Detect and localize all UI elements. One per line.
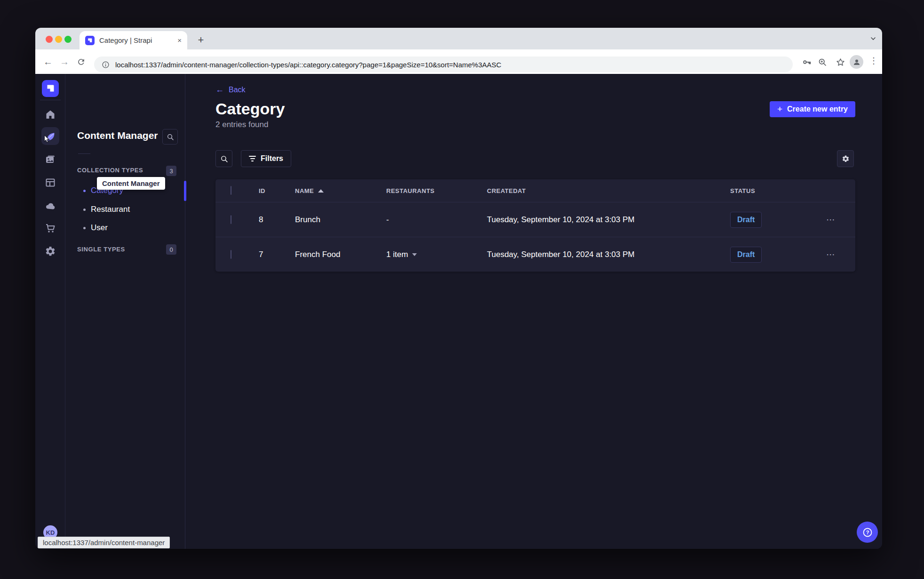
browser-profile-avatar[interactable] — [850, 55, 863, 69]
cell-restaurants[interactable]: 1 item — [386, 250, 487, 259]
svg-text:?: ? — [866, 530, 869, 535]
zoom-icon[interactable] — [816, 56, 828, 68]
sort-ascending-icon — [318, 189, 324, 193]
sidebar-item-restaurant[interactable]: Restaurant — [65, 200, 185, 219]
strapi-app: KD Content Manager COLLECTION TYPES 3 Ca… — [35, 74, 882, 549]
create-new-entry-button[interactable]: + Create new entry — [770, 101, 855, 117]
window-minimize-button[interactable] — [55, 36, 62, 43]
row-checkbox[interactable] — [231, 250, 231, 259]
content-manager-tooltip: Content Manager — [97, 177, 165, 190]
cell-restaurants: - — [386, 215, 487, 225]
header-id[interactable]: ID — [259, 187, 295, 194]
filters-button[interactable]: Filters — [241, 150, 291, 167]
collection-types-count-badge: 3 — [166, 166, 176, 176]
content-manager-subnav: Content Manager COLLECTION TYPES 3 Categ… — [65, 74, 185, 549]
cloud-icon[interactable] — [45, 200, 56, 211]
url-text[interactable]: localhost:1337/admin/content-manager/col… — [115, 61, 502, 69]
header-restaurants[interactable]: RESTAURANTS — [386, 187, 487, 194]
browser-back-button[interactable]: ← — [41, 49, 55, 74]
sidebar-item-user[interactable]: User — [65, 218, 185, 237]
browser-window: Category | Strapi × + ← → localhost:1337… — [35, 28, 882, 549]
chevron-down-icon — [412, 253, 417, 256]
window-zoom-button[interactable] — [64, 36, 72, 43]
password-key-icon[interactable] — [801, 56, 813, 68]
main-nav-rail: KD — [35, 74, 65, 549]
back-label: Back — [229, 86, 246, 94]
media-library-icon[interactable] — [45, 154, 56, 165]
window-close-button[interactable] — [46, 36, 53, 43]
cell-id: 8 — [259, 215, 295, 225]
collection-types-label: COLLECTION TYPES — [77, 167, 143, 174]
main-content: ← Back Category 2 entries found + Create… — [185, 74, 882, 549]
row-checkbox[interactable] — [231, 215, 231, 224]
row-actions-menu[interactable]: ⋯ — [822, 249, 855, 260]
cursor-pointer — [41, 134, 52, 146]
cell-createdat: Tuesday, September 10, 2024 at 3:03 PM — [487, 215, 730, 225]
bullet-icon — [83, 209, 86, 211]
content-type-builder-icon[interactable] — [45, 177, 56, 188]
link-status-bar: localhost:1337/admin/content-manager — [38, 537, 170, 548]
back-arrow-icon: ← — [215, 85, 224, 95]
browser-menu-icon[interactable]: ⋮ — [869, 56, 878, 66]
select-all-checkbox[interactable] — [231, 186, 231, 195]
browser-forward-button[interactable]: → — [57, 49, 72, 74]
single-types-count-badge: 0 — [166, 244, 176, 255]
new-tab-button[interactable]: + — [194, 33, 207, 47]
home-icon[interactable] — [45, 109, 56, 120]
status-badge: Draft — [730, 247, 762, 263]
tab-search-chevron-icon[interactable] — [870, 35, 876, 44]
bullet-icon — [83, 190, 86, 192]
header-name[interactable]: NAME — [295, 187, 386, 194]
page-info-icon[interactable] — [102, 61, 110, 69]
browser-toolbar: ← → localhost:1337/admin/content-manager… — [35, 49, 882, 74]
bullet-icon — [83, 227, 86, 229]
status-badge: Draft — [730, 212, 762, 228]
marketplace-cart-icon[interactable] — [45, 223, 56, 234]
browser-refresh-button[interactable] — [74, 49, 88, 74]
table-header-row: ID NAME RESTAURANTS CREATEDAT STATUS — [215, 179, 855, 202]
search-icon — [220, 155, 228, 163]
tab-close-icon[interactable]: × — [177, 36, 182, 44]
table-search-button[interactable] — [215, 150, 232, 167]
cell-name: French Food — [295, 250, 386, 259]
tab-strip: Category | Strapi × + — [35, 28, 882, 49]
cell-createdat: Tuesday, September 10, 2024 at 3:03 PM — [487, 250, 730, 259]
search-icon — [167, 133, 174, 141]
row-actions-menu[interactable]: ⋯ — [822, 214, 855, 225]
settings-gear-icon[interactable] — [45, 246, 56, 257]
create-new-entry-label: Create new entry — [787, 105, 848, 113]
header-name-label: NAME — [295, 187, 314, 194]
rail-divider — [40, 100, 61, 100]
sidebar-item-label: User — [91, 223, 108, 233]
cell-id: 7 — [259, 250, 295, 259]
entries-count: 2 entries found — [215, 120, 285, 129]
entries-table: ID NAME RESTAURANTS CREATEDAT STATUS 8 B… — [215, 179, 855, 272]
table-row[interactable]: 7 French Food 1 item Tuesday, September … — [215, 237, 855, 272]
filter-icon — [249, 156, 256, 161]
table-row[interactable]: 8 Brunch - Tuesday, September 10, 2024 a… — [215, 202, 855, 237]
table-settings-button[interactable] — [837, 150, 854, 167]
header-createdat[interactable]: CREATEDAT — [487, 187, 730, 194]
strapi-favicon-icon — [85, 36, 95, 45]
tab-title: Category | Strapi — [99, 36, 173, 44]
subnav-title: Content Manager — [77, 130, 158, 141]
filters-label: Filters — [261, 154, 283, 163]
browser-tab[interactable]: Category | Strapi × — [80, 31, 187, 49]
url-bar[interactable]: localhost:1337/admin/content-manager/col… — [94, 56, 793, 72]
strapi-logo[interactable] — [42, 80, 59, 97]
subnav-divider — [78, 153, 90, 154]
question-mark-icon: ? — [862, 527, 873, 538]
restaurants-count-label: 1 item — [386, 250, 408, 259]
plus-icon: + — [777, 104, 782, 114]
help-button[interactable]: ? — [857, 522, 878, 543]
page-title: Category — [215, 99, 285, 118]
header-status[interactable]: STATUS — [730, 187, 822, 194]
sidebar-item-label: Restaurant — [91, 205, 130, 214]
single-types-label: SINGLE TYPES — [77, 246, 125, 253]
bookmark-star-icon[interactable] — [834, 56, 846, 68]
cell-name: Brunch — [295, 215, 386, 225]
gear-icon — [842, 155, 850, 163]
subnav-search-button[interactable] — [162, 129, 178, 145]
subnav-scrollbar[interactable] — [184, 181, 186, 201]
back-link[interactable]: ← Back — [215, 85, 246, 95]
